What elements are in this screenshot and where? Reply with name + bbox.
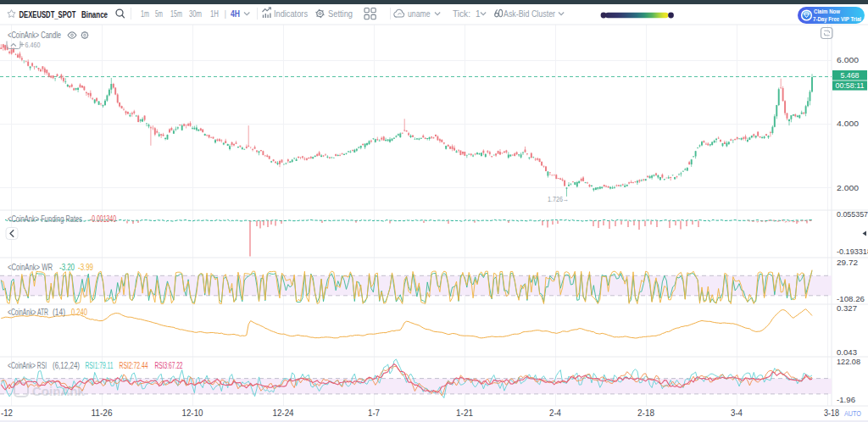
svg-text:0.043: 0.043 (837, 347, 857, 357)
svg-text:15m: 15m (170, 9, 182, 19)
svg-text:12-10: 12-10 (182, 408, 203, 418)
svg-text:|: | (225, 9, 227, 19)
svg-text:2.000: 2.000 (837, 183, 859, 192)
svg-text:-3.99: -3.99 (78, 263, 93, 272)
svg-text:6.000: 6.000 (837, 55, 859, 64)
svg-text:1-21: 1-21 (456, 408, 473, 418)
svg-text:2-18: 2-18 (637, 408, 654, 418)
svg-text:3-18: 3-18 (824, 408, 839, 418)
svg-text:122.08: 122.08 (837, 357, 860, 366)
svg-text:-1.96: -1.96 (837, 395, 855, 404)
svg-text:AUTO: AUTO (844, 408, 861, 418)
svg-text:-108.26: -108.26 (837, 294, 865, 303)
svg-text:RSI2:72.44: RSI2:72.44 (120, 361, 148, 370)
svg-text:5.468: 5.468 (841, 70, 860, 80)
svg-text:1: 1 (476, 9, 481, 19)
svg-text:<CoinAnk> RSI: <CoinAnk> RSI (8, 360, 47, 370)
svg-text:RSI1:79.11: RSI1:79.11 (86, 361, 114, 370)
svg-text:2-4: 2-4 (549, 408, 561, 418)
svg-text:Binance: Binance (81, 9, 108, 19)
svg-text:7-Day Free VIP Trial: 7-Day Free VIP Trial (813, 16, 861, 23)
svg-text:1-7: 1-7 (368, 408, 380, 418)
svg-text:0.327: 0.327 (837, 303, 857, 313)
svg-text:<CoinAnk> ATR: <CoinAnk> ATR (8, 307, 48, 317)
svg-text:uname: uname (408, 9, 431, 19)
svg-text:30m: 30m (189, 9, 202, 19)
svg-text:-12: -12 (1, 408, 13, 418)
svg-text:4.000: 4.000 (837, 119, 859, 128)
svg-text:29.72: 29.72 (837, 258, 858, 267)
svg-text:Claim Now: Claim Now (814, 8, 840, 15)
svg-text:RSI3:67.22: RSI3:67.22 (155, 361, 183, 370)
svg-text:(6,12,24): (6,12,24) (53, 360, 80, 370)
svg-text:5m: 5m (155, 9, 163, 19)
svg-text:3-4: 3-4 (731, 408, 743, 418)
svg-text:11-26: 11-26 (92, 408, 113, 418)
svg-text:12-24: 12-24 (273, 408, 294, 418)
svg-text:Setting: Setting (328, 9, 353, 19)
svg-text:-3.20: -3.20 (59, 263, 75, 272)
svg-text:Indicators: Indicators (274, 9, 308, 19)
svg-text:-0.193318: -0.193318 (837, 247, 868, 256)
svg-text:4H: 4H (231, 8, 240, 19)
svg-text:6.460: 6.460 (25, 40, 41, 49)
svg-text:Tick:: Tick: (453, 9, 470, 19)
svg-text:1H: 1H (210, 9, 219, 19)
svg-text:0.240: 0.240 (71, 308, 87, 317)
svg-text:1.726→: 1.726→ (548, 195, 569, 203)
svg-text:1m: 1m (141, 9, 149, 19)
svg-text:(14): (14) (53, 307, 65, 317)
svg-text:-0.001340: -0.001340 (90, 214, 116, 224)
svg-text:<CoinAnk> Candle: <CoinAnk> Candle (8, 30, 61, 40)
svg-text:Ask-Bid Cluster: Ask-Bid Cluster (504, 9, 556, 19)
svg-text:<CoinAnk> Funding Rates: <CoinAnk> Funding Rates (8, 214, 82, 224)
svg-text:0.055357: 0.055357 (837, 209, 868, 219)
svg-text:00:58:11: 00:58:11 (836, 81, 865, 90)
svg-text:<CoinAnk> WR: <CoinAnk> WR (8, 262, 53, 272)
svg-text:DEXEUSDT_SPOT: DEXEUSDT_SPOT (19, 9, 76, 19)
